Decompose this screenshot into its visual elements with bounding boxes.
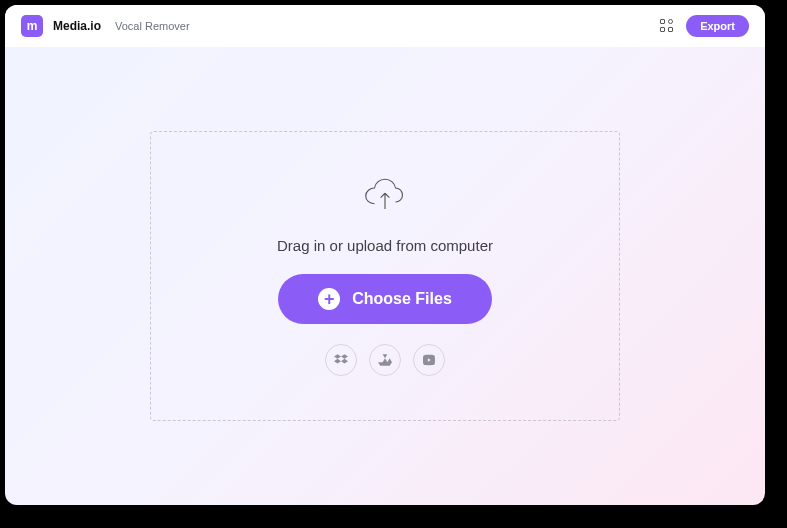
header-left: m Media.io Vocal Remover: [21, 15, 190, 37]
export-button[interactable]: Export: [686, 15, 749, 37]
youtube-icon[interactable]: [413, 344, 445, 376]
dropzone[interactable]: Drag in or upload from computer + Choose…: [150, 131, 620, 421]
google-drive-icon[interactable]: [369, 344, 401, 376]
page-title: Vocal Remover: [115, 20, 190, 32]
main-area: Drag in or upload from computer + Choose…: [5, 47, 765, 505]
app-window: m Media.io Vocal Remover Export Drag in …: [5, 5, 765, 505]
logo[interactable]: m: [21, 15, 43, 37]
header: m Media.io Vocal Remover Export: [5, 5, 765, 47]
cloud-upload-icon: [364, 177, 406, 217]
brand-name: Media.io: [53, 19, 101, 33]
dropbox-icon[interactable]: [325, 344, 357, 376]
plus-icon: +: [318, 288, 340, 310]
choose-files-label: Choose Files: [352, 290, 452, 308]
choose-files-button[interactable]: + Choose Files: [278, 274, 492, 324]
header-right: Export: [660, 15, 749, 37]
apps-grid-icon[interactable]: [660, 19, 674, 33]
source-icons: [325, 344, 445, 376]
dropzone-instruction: Drag in or upload from computer: [277, 237, 493, 254]
